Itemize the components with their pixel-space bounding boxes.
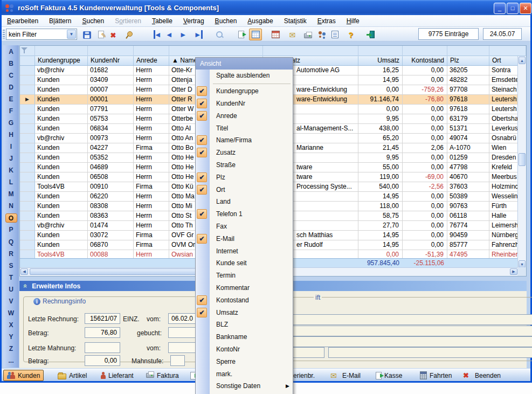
menu-item-termin[interactable]: Termin [196,269,293,282]
filter-cell[interactable] [358,46,403,57]
menu-item-stra-e[interactable]: Straße [196,159,293,171]
alphabet-letter-b[interactable]: B [5,59,17,68]
menu-suchen[interactable]: Suchen [77,16,109,26]
alphabet-letter-z[interactable]: Z [5,344,17,354]
alphabet-letter-a[interactable]: A [5,47,17,57]
bank-field-3[interactable] [278,336,532,347]
fahrten-button[interactable]: Fahrten [417,370,455,381]
alphabet-letter-l[interactable]: L [5,178,17,187]
minimize-button[interactable]: _ [494,3,506,14]
alphabet-letter-t[interactable]: T [5,273,17,282]
column-header-plz[interactable]: Plz [447,56,489,65]
help-button[interactable] [347,29,360,40]
print-button[interactable] [301,29,314,40]
filter-cell[interactable] [489,46,526,57]
menu-item-blz[interactable]: BLZ [196,319,293,331]
menu-item-kunde-seit[interactable]: Kunde seit [196,257,293,269]
menu-bearbeiten[interactable]: Bearbeiten [2,16,44,26]
edit-button[interactable] [94,29,107,40]
first-record-button[interactable] [150,29,163,40]
horizontal-scroll-thumb[interactable] [30,268,218,275]
menu-sortieren[interactable]: Sortieren [109,16,147,26]
filter-funnel-cell[interactable] [20,46,35,57]
alphabet-letter-i[interactable]: I [5,142,17,151]
goto-record-button[interactable] [234,29,247,40]
menu-item-kundengruppe[interactable]: ✔Kundengruppe [196,85,293,98]
menu-item-mark-[interactable]: mark. [196,368,293,380]
scroll-up-icon[interactable]: ▲ [519,57,526,64]
alphabet-letter-k[interactable]: K [5,166,17,175]
column-header-umsatz[interactable]: Umsatz [358,56,403,65]
artikel-button[interactable]: Artikel [54,370,90,381]
bank-field-5[interactable] [328,347,532,358]
filter-cell[interactable] [134,46,169,57]
column-header-kundennr[interactable]: KundenNr [88,56,134,65]
alphabet-letter-c[interactable]: C [5,71,17,80]
menu-item-titel[interactable]: Titel [196,122,293,134]
search-button[interactable] [213,29,226,40]
filter-cell[interactable] [169,46,263,57]
menu-item-plz[interactable]: ✔Plz [196,171,293,183]
column-header-kundengruppe[interactable]: Kundengruppe [35,56,88,65]
scroll-down-icon[interactable]: ▼ [519,260,526,268]
grid-view-button[interactable] [249,29,262,40]
alphabet-letter-d[interactable]: D [5,83,17,92]
delete-button[interactable] [108,29,121,40]
chevron-down-icon[interactable]: ▼ [67,30,76,39]
menu-tabelle[interactable]: Tabelle [147,16,178,26]
column-header-anrede[interactable]: Anrede [134,56,169,65]
exit-button[interactable] [364,29,377,40]
previous-record-button[interactable] [165,29,178,40]
filter-cell[interactable] [35,46,88,57]
menu-item-bankname[interactable]: Bankname [196,331,293,343]
alphabet-letter-p[interactable]: P [5,225,17,234]
lieferant-button[interactable]: Lieferant [98,370,137,381]
menu-item-fax[interactable]: Fax [196,220,293,233]
menu-item-kommentar[interactable]: Kommentar [196,282,293,294]
menu-item-land[interactable]: Land [196,196,293,208]
menu-buchen[interactable]: Buchen [210,16,243,26]
alphabet-letter-v[interactable]: V [5,297,17,306]
menu-hilfe[interactable]: Hilfe [341,16,365,26]
menu-item-umsatz[interactable]: ✔Umsatz [196,306,293,319]
pin-button[interactable] [122,29,135,40]
filter-cell[interactable] [88,46,134,57]
menu-item-telefon-1[interactable]: ✔Telefon 1 [196,208,293,220]
alphabet-letter-j[interactable]: J [5,154,17,163]
menu-vertrag[interactable]: Vertrag [178,16,210,26]
amount1-field[interactable]: 76,80 [85,327,120,338]
menu-item-sonstige-daten[interactable]: Sonstige Daten▶ [196,380,293,392]
menu-item-kontonr[interactable]: KontoNr [196,343,293,356]
alphabet-letter-o[interactable]: O [5,213,17,223]
email-button[interactable]: E-Mail [327,370,364,381]
menu-item-sperre[interactable]: Sperre [196,355,293,368]
scroll-left-icon[interactable]: ◀ [20,268,28,275]
alphabet-letter-e[interactable]: E [5,95,17,104]
alphabet-letter-h[interactable]: H [5,130,17,140]
menu-item-zusatz[interactable]: ✔Zusatz [196,147,293,159]
contacts-button[interactable] [315,29,328,40]
alphabet-letter-y[interactable]: Y [5,333,17,342]
kunden-button[interactable]: Kunden [3,370,44,381]
kasse-button[interactable]: Kasse [372,370,405,381]
menu-ausgabe[interactable]: Ausgabe [242,16,278,26]
last-dunning-field[interactable] [85,342,120,353]
menu-blttern[interactable]: Blättern [44,16,77,26]
alphabet-letter-q[interactable]: Q [5,238,17,247]
alphabet-letter-n[interactable]: N [5,202,17,211]
alphabet-letter-u[interactable]: U [5,285,17,294]
filter-cell[interactable] [263,46,358,57]
alphabet-letter-s[interactable]: S [5,261,17,271]
menu-item-kontostand[interactable]: ✔Kontostand [196,294,293,306]
alphabet-letter-f[interactable]: F [5,107,17,116]
dunning-level-field[interactable] [170,355,185,366]
alphabet-letter-w[interactable]: W [5,309,17,318]
bank-field-2[interactable] [278,326,532,336]
menu-item-e-mail[interactable]: ✔E-Mail [196,232,293,245]
row-marker-header[interactable] [20,56,35,65]
filter-cell[interactable] [403,46,447,57]
alphabet-letter-g[interactable]: G [5,119,17,128]
maximize-button[interactable]: □ [507,3,519,14]
column-header-kontostand[interactable]: Kontostand [403,56,447,65]
menu-extras[interactable]: Extras [312,16,341,26]
